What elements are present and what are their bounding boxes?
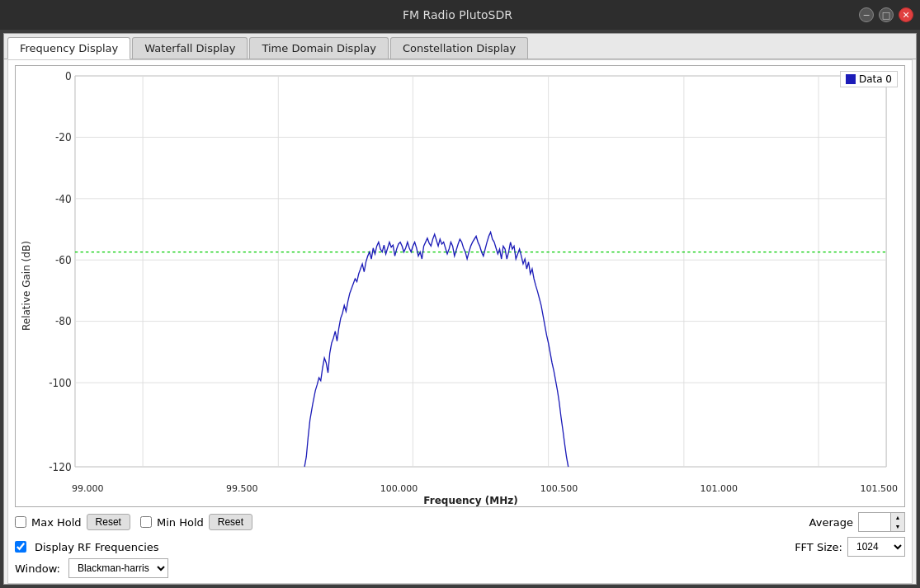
- max-hold-reset-button[interactable]: Reset: [87, 514, 130, 530]
- window-controls: − □ ✕: [859, 7, 913, 22]
- svg-text:-60: -60: [55, 253, 72, 266]
- maximize-button[interactable]: □: [879, 7, 894, 22]
- max-hold-group: Max Hold Reset: [15, 514, 130, 530]
- x-tick-101500: 101.500: [860, 483, 898, 494]
- svg-text:0: 0: [65, 69, 72, 82]
- average-label: Average: [809, 516, 853, 529]
- window-select[interactable]: Blackman-harris Hamming Hann None Rectan…: [68, 558, 168, 578]
- spinner-arrows: ▲ ▼: [890, 513, 904, 531]
- tab-bar: Frequency Display Waterfall Display Time…: [4, 34, 916, 59]
- controls-row-1: Max Hold Reset Min Hold Reset Average 0 …: [15, 507, 905, 534]
- min-hold-label: Min Hold: [157, 516, 204, 529]
- min-hold-checkbox[interactable]: [140, 516, 152, 528]
- minimize-button[interactable]: −: [859, 7, 874, 22]
- window-row: Window: Blackman-harris Hamming Hann Non…: [15, 558, 905, 580]
- fft-size-label: FFT Size:: [795, 541, 842, 553]
- x-tick-101000: 101.000: [701, 483, 738, 494]
- tab-time-domain-display[interactable]: Time Domain Display: [249, 37, 388, 59]
- chart-legend: Data 0: [840, 71, 898, 87]
- x-tick-99500: 99.500: [226, 483, 258, 494]
- tab-constellation-display[interactable]: Constellation Display: [390, 37, 528, 59]
- svg-text:-100: -100: [49, 376, 71, 389]
- max-hold-checkbox[interactable]: [15, 516, 26, 528]
- spinner-up-button[interactable]: ▲: [891, 513, 904, 522]
- fft-group: FFT Size: 512 1024 2048 4096: [795, 537, 905, 557]
- chart-svg: 0 -20 -40 -60 -80 -100 -120: [37, 66, 904, 482]
- x-tick-100500: 100.500: [540, 483, 578, 494]
- x-tick-99000: 99.000: [72, 483, 104, 494]
- y-axis-label: Relative Gain (dB): [16, 66, 37, 506]
- controls-row-2: Display RF Frequencies FFT Size: 512 102…: [15, 534, 905, 558]
- chart-svg-area: Data 0: [37, 66, 904, 482]
- svg-text:-20: -20: [55, 131, 72, 144]
- max-hold-label: Max Hold: [31, 516, 82, 529]
- tab-waterfall-display[interactable]: Waterfall Display: [132, 37, 248, 59]
- svg-text:-80: -80: [55, 315, 72, 328]
- legend-color-swatch: [846, 74, 856, 84]
- average-group: Average 0 ▲ ▼: [809, 512, 905, 532]
- x-tick-100000: 100.000: [380, 483, 418, 494]
- chart-container: Relative Gain (dB) Data 0: [15, 65, 905, 507]
- title-bar: FM Radio PlutoSDR − □ ✕: [0, 0, 920, 30]
- fft-size-select[interactable]: 512 1024 2048 4096: [847, 537, 905, 557]
- display-rf-label: Display RF Frequencies: [35, 541, 159, 553]
- chart-inner: Data 0: [37, 66, 904, 506]
- min-hold-reset-button[interactable]: Reset: [209, 514, 252, 530]
- content-area: Relative Gain (dB) Data 0: [7, 59, 913, 584]
- svg-text:-120: -120: [49, 460, 71, 473]
- spinner-down-button[interactable]: ▼: [891, 522, 904, 531]
- main-window: Frequency Display Waterfall Display Time…: [3, 33, 917, 585]
- average-input[interactable]: 0: [859, 513, 890, 531]
- average-spinner: 0 ▲ ▼: [858, 512, 905, 532]
- display-rf-checkbox[interactable]: [15, 541, 26, 553]
- svg-text:-40: -40: [55, 192, 72, 205]
- min-hold-group: Min Hold Reset: [140, 514, 252, 530]
- legend-label: Data 0: [859, 73, 892, 85]
- close-button[interactable]: ✕: [899, 7, 913, 22]
- x-axis-labels: 99.000 99.500 100.000 100.500 101.000 10…: [37, 482, 904, 494]
- window-title: FM Radio PlutoSDR: [56, 8, 859, 21]
- x-axis-title: Frequency (MHz): [37, 495, 904, 506]
- tab-frequency-display[interactable]: Frequency Display: [7, 37, 130, 59]
- window-label: Window:: [15, 562, 60, 575]
